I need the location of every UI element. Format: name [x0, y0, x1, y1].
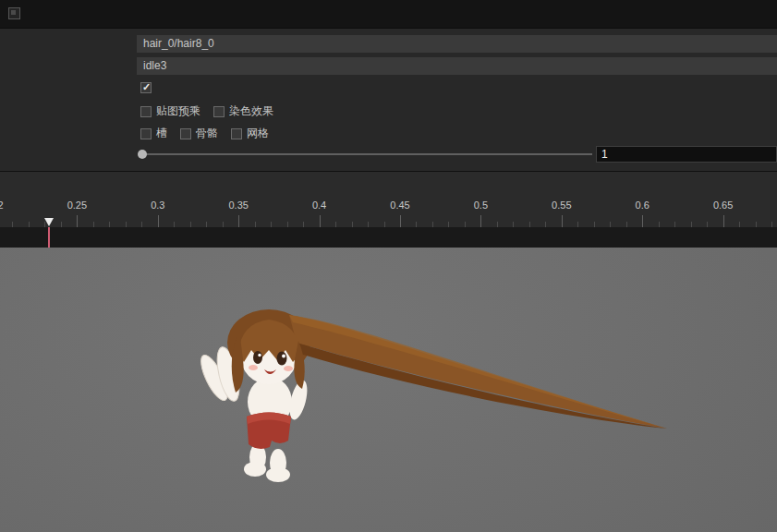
slots-toggle[interactable]: 槽 — [140, 126, 167, 141]
model-viewport[interactable] — [0, 248, 777, 532]
render-options-row: 贴图预乘 染色效果 — [140, 103, 273, 119]
ruler-tick — [158, 215, 159, 227]
ruler-tick — [562, 215, 563, 227]
ruler-label: 0.5 — [474, 200, 488, 211]
ruler-tick — [400, 215, 401, 227]
ruler-tick — [642, 215, 643, 227]
ruler-label: 0.2 — [0, 200, 4, 211]
timeline-track-strip[interactable] — [0, 227, 777, 248]
control-panel: hair_0/hair8_0 idle3 贴图预乘 染色效果 槽 骨骼 — [0, 29, 777, 171]
ruler-tick — [480, 215, 481, 227]
ruler-label: 0.55 — [552, 200, 571, 211]
ruler-label: 0.25 — [67, 200, 87, 211]
speed-slider-track[interactable] — [139, 153, 592, 155]
tint-checkbox[interactable] — [213, 106, 225, 117]
ruler-tick — [238, 215, 239, 227]
ruler-tick — [320, 215, 321, 227]
timeline-ruler[interactable]: 0.20.250.30.350.40.450.50.550.60.65 — [0, 172, 777, 227]
spine-animation-tool-window: hair_0/hair8_0 idle3 贴图预乘 染色效果 槽 骨骼 — [0, 0, 777, 532]
bones-label: 骨骼 — [196, 126, 218, 141]
app-menu-icon[interactable] — [8, 7, 20, 19]
tint-toggle[interactable]: 染色效果 — [213, 103, 273, 119]
bones-checkbox[interactable] — [180, 128, 191, 139]
title-bar — [0, 0, 777, 29]
slots-checkbox[interactable] — [140, 128, 152, 139]
playhead-line[interactable] — [48, 227, 50, 248]
ruler-tick — [723, 215, 724, 227]
loop-checkbox[interactable] — [140, 82, 152, 93]
slots-label: 槽 — [156, 126, 167, 141]
skin-input[interactable]: hair_0/hair8_0 — [137, 35, 777, 53]
mesh-checkbox[interactable] — [231, 128, 242, 139]
debug-options-row: 槽 骨骼 网格 — [140, 126, 269, 141]
ruler-label: 0.45 — [390, 200, 409, 211]
ruler-label: 0.65 — [713, 200, 733, 211]
premultiply-toggle[interactable]: 贴图预乘 — [140, 103, 200, 119]
character-model — [180, 300, 688, 490]
mesh-label: 网格 — [247, 126, 269, 141]
ruler-label: 0.6 — [636, 200, 650, 211]
ruler-tick — [77, 215, 78, 227]
ruler-label: 0.4 — [312, 200, 326, 211]
tint-label: 染色效果 — [229, 103, 273, 119]
speed-value-input[interactable]: 1 — [596, 146, 777, 163]
premultiply-checkbox[interactable] — [140, 106, 152, 117]
ruler-label: 0.35 — [228, 200, 248, 211]
ruler-label: 0.3 — [151, 200, 164, 211]
animation-input[interactable]: idle3 — [137, 57, 777, 75]
playhead[interactable] — [44, 218, 54, 226]
bones-toggle[interactable]: 骨骼 — [180, 126, 218, 141]
premultiply-label: 贴图预乘 — [156, 103, 200, 119]
speed-slider-thumb[interactable] — [138, 150, 147, 159]
mesh-toggle[interactable]: 网格 — [231, 126, 269, 141]
